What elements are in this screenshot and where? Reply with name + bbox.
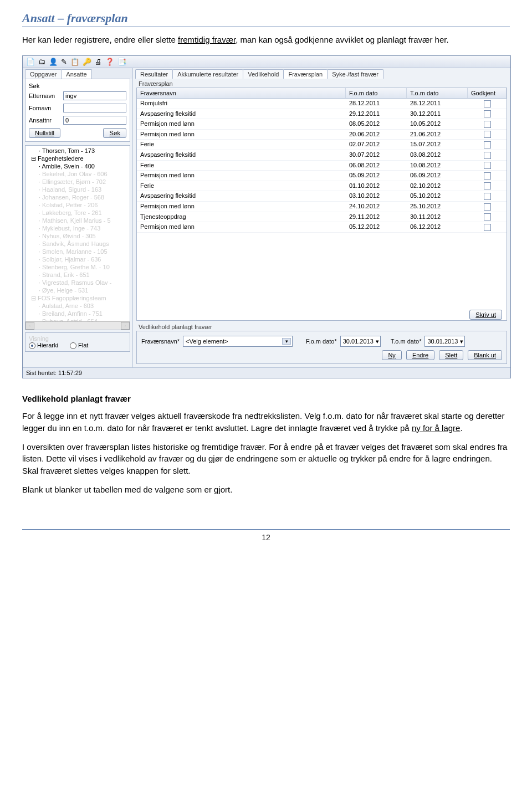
skrivut-button[interactable]: Skriv ut bbox=[469, 310, 502, 320]
table-row[interactable]: Permisjon med lønn20.06.201221.06.2012 bbox=[137, 130, 507, 140]
fornavn-input[interactable] bbox=[63, 104, 126, 112]
table-row[interactable]: Permisjon med lønn08.05.201210.05.2012 bbox=[137, 119, 507, 130]
checkbox-icon[interactable] bbox=[484, 141, 491, 148]
cell-godkjent[interactable] bbox=[468, 99, 507, 109]
tree-item[interactable]: · Stenberg, Grethe M. - 10 bbox=[28, 263, 127, 271]
tom-date-input[interactable]: 30.01.2013 ▾ bbox=[424, 336, 465, 347]
tab-oppgaver[interactable]: Oppgaver bbox=[25, 69, 62, 79]
checkbox-icon[interactable] bbox=[484, 100, 491, 107]
toolbar-icon[interactable]: ❓ bbox=[105, 58, 114, 66]
cell-godkjent[interactable] bbox=[468, 212, 507, 222]
tab-resultater[interactable]: Resultater bbox=[135, 69, 173, 79]
table-row[interactable]: Ferie06.08.201210.08.2012 bbox=[137, 161, 507, 171]
toolbar-icon[interactable]: 📑 bbox=[117, 58, 126, 66]
cell-godkjent[interactable] bbox=[468, 109, 507, 119]
toolbar-icon[interactable]: 🔑 bbox=[83, 58, 91, 66]
checkbox-icon[interactable] bbox=[484, 172, 491, 180]
tree-item[interactable]: · Breiland, Arnfinn - 751 bbox=[28, 310, 127, 317]
cell-godkjent[interactable] bbox=[468, 161, 507, 171]
radio-flat[interactable]: Flat bbox=[70, 342, 88, 348]
tree-scrollbar[interactable]: ‹› bbox=[25, 321, 130, 330]
tree-item[interactable]: · Johansen, Roger - 568 bbox=[28, 193, 127, 201]
tree-item[interactable]: · Kolstad, Petter - 206 bbox=[28, 201, 127, 209]
grid-body[interactable]: Romjulsfri28.12.201128.12.2011Avspaserin… bbox=[137, 99, 507, 309]
col-navn[interactable]: Fraværsnavn bbox=[137, 88, 346, 98]
tree-item[interactable]: · Bekelrel, Jon Olav - 606 bbox=[28, 170, 127, 178]
tree-item[interactable]: · Aulstad, Arne - 603 bbox=[28, 302, 127, 310]
slett-button[interactable]: Slett bbox=[439, 350, 463, 360]
cell-godkjent[interactable] bbox=[468, 119, 507, 129]
checkbox-icon[interactable] bbox=[484, 182, 491, 189]
checkbox-icon[interactable] bbox=[484, 213, 491, 221]
cell-godkjent[interactable] bbox=[468, 202, 507, 212]
tree-item[interactable]: · Solbjør, Hjalmar - 636 bbox=[28, 255, 127, 263]
cell-godkjent[interactable] bbox=[468, 191, 507, 201]
toolbar-icon[interactable]: 👤 bbox=[49, 58, 58, 66]
table-row[interactable]: Permisjon med lønn24.10.201225.10.2012 bbox=[137, 202, 507, 212]
cell-godkjent[interactable] bbox=[468, 181, 507, 191]
table-row[interactable]: Ferie02.07.201215.07.2012 bbox=[137, 140, 507, 150]
tree-item[interactable]: · Mathisen, Kjell Marius - 5 bbox=[28, 217, 127, 224]
checkbox-icon[interactable] bbox=[484, 193, 491, 200]
fom-date-input[interactable]: 30.01.2013 ▾ bbox=[340, 336, 381, 347]
cell-godkjent[interactable] bbox=[468, 222, 507, 232]
cell-godkjent[interactable] bbox=[468, 140, 507, 150]
table-row[interactable]: Permisjon med lønn05.12.201206.12.2012 bbox=[137, 222, 507, 233]
tab-syke[interactable]: Syke-/fast fravær bbox=[327, 69, 383, 79]
cell-godkjent[interactable] bbox=[468, 130, 507, 140]
tree-item[interactable]: · Thorsen, Tom - 173 bbox=[28, 147, 127, 155]
checkbox-icon[interactable] bbox=[484, 224, 491, 231]
checkbox-icon[interactable] bbox=[484, 152, 491, 159]
col-fom[interactable]: F.o.m dato bbox=[346, 88, 407, 98]
cell-godkjent[interactable] bbox=[468, 171, 507, 181]
search-panel: Søk Etternavn Fornavn Ansattnr Nullstill… bbox=[25, 79, 130, 142]
tree-item[interactable]: · Strand, Erik - 651 bbox=[28, 271, 127, 279]
ansattnr-input[interactable] bbox=[63, 116, 126, 125]
tree-item[interactable]: · Løkkeberg, Tore - 261 bbox=[28, 209, 127, 217]
tree-item[interactable]: · Nyhus, Øivind - 305 bbox=[28, 232, 127, 240]
tree-item[interactable]: · Øye, Helge - 531 bbox=[28, 286, 127, 294]
toolbar-icon[interactable]: 🗂 bbox=[38, 58, 45, 66]
tree-item[interactable]: ⊟ FOS Fagopplæringsteam bbox=[28, 294, 127, 302]
tab-vedlikehold[interactable]: Vedlikehold bbox=[243, 69, 284, 79]
tab-ansatte[interactable]: Ansatte bbox=[61, 69, 91, 79]
tree-item[interactable]: · Haaland, Sigurd - 163 bbox=[28, 186, 127, 193]
endre-button[interactable]: Endre bbox=[406, 350, 434, 360]
toolbar-icon[interactable]: 🖨 bbox=[95, 58, 102, 66]
tree-item[interactable]: · Ellingsæter, Bjørn - 702 bbox=[28, 178, 127, 186]
tab-akkumulerte[interactable]: Akkumulerte resultater bbox=[172, 69, 243, 79]
toolbar-icon[interactable]: 📄 bbox=[26, 58, 35, 66]
table-row[interactable]: Avspasering fleksitid29.12.201130.12.201… bbox=[137, 109, 507, 120]
toolbar-icon[interactable]: ✎ bbox=[61, 58, 67, 66]
table-row[interactable]: Ferie01.10.201202.10.2012 bbox=[137, 181, 507, 192]
tab-fravaersplan[interactable]: Fraværsplan bbox=[283, 69, 328, 79]
checkbox-icon[interactable] bbox=[484, 121, 491, 128]
toolbar-icon[interactable]: 📋 bbox=[70, 58, 79, 66]
cell-godkjent[interactable] bbox=[468, 150, 507, 160]
table-row[interactable]: Permisjon med lønn05.09.201206.09.2012 bbox=[137, 171, 507, 181]
checkbox-icon[interactable] bbox=[484, 131, 491, 138]
tree-item[interactable]: · Sandvik, Åsmund Haugs bbox=[28, 240, 127, 248]
table-row[interactable]: Avspasering fleksitid30.07.201203.08.201… bbox=[137, 150, 507, 161]
sok-button[interactable]: Søk bbox=[103, 128, 126, 138]
tree-item[interactable]: · Vigrestad, Rasmus Olav - bbox=[28, 279, 127, 286]
radio-hierarki[interactable]: Hierarki bbox=[29, 342, 58, 348]
etternavn-input[interactable] bbox=[63, 91, 126, 100]
checkbox-icon[interactable] bbox=[484, 203, 491, 211]
blankut-button[interactable]: Blank ut bbox=[468, 350, 502, 360]
ny-button[interactable]: Ny bbox=[382, 350, 401, 360]
table-row[interactable]: Tjenesteoppdrag29.11.201230.11.2012 bbox=[137, 212, 507, 223]
tree-item[interactable]: · Smolen, Marianne - 105 bbox=[28, 248, 127, 255]
col-godkjent[interactable]: Godkjent bbox=[468, 88, 507, 98]
tree-item[interactable]: ⊟ Fagenhetsledere bbox=[28, 155, 127, 162]
checkbox-icon[interactable] bbox=[484, 110, 491, 117]
tree-item[interactable]: · Amblie, Svein - 400 bbox=[28, 162, 127, 170]
nullstill-button[interactable]: Nullstill bbox=[29, 128, 60, 138]
table-row[interactable]: Romjulsfri28.12.201128.12.2011 bbox=[137, 99, 507, 109]
fravaersnavn-combo[interactable]: <Velg element> ▾ bbox=[183, 336, 293, 347]
col-tom[interactable]: T.o.m dato bbox=[407, 88, 468, 98]
employee-tree[interactable]: · Thorsen, Tom - 173⊟ Fagenhetsledere· A… bbox=[25, 145, 130, 330]
table-row[interactable]: Avspasering fleksitid03.10.201205.10.201… bbox=[137, 191, 507, 202]
checkbox-icon[interactable] bbox=[484, 162, 491, 169]
tree-item[interactable]: · Myklebust, Inge - 743 bbox=[28, 224, 127, 232]
